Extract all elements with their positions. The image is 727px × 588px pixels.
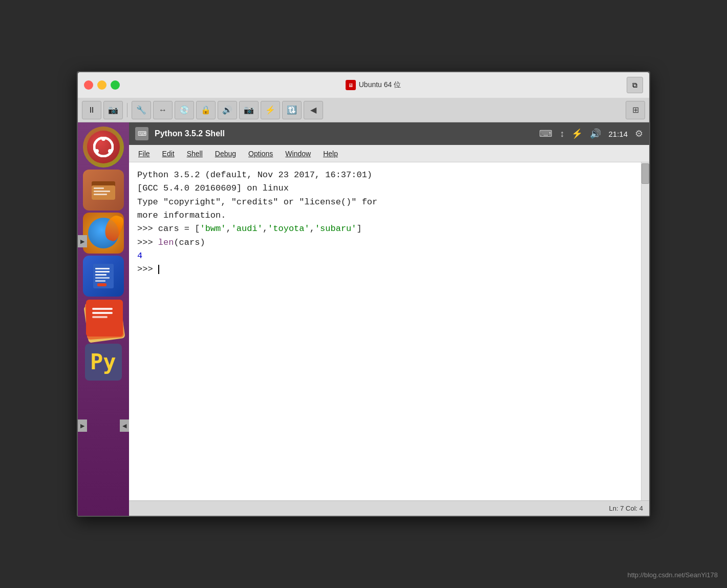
vm-toolbar: ⏸ 📷 🔧 ↔ 💿 🔒 🔊 📷 ⚡ 🔃 ◀ ⊞ bbox=[78, 98, 649, 122]
sort-icon[interactable]: ↕ bbox=[560, 129, 564, 139]
camera-button[interactable]: 📷 bbox=[239, 101, 259, 119]
shell-content: Python 3.5.2 (default, Nov 23 2017, 16:3… bbox=[129, 162, 649, 500]
result-line: 4 bbox=[137, 249, 633, 263]
bluetooth-icon[interactable]: ⚡ bbox=[571, 128, 583, 139]
info-line4: more information. bbox=[137, 209, 633, 222]
network-button[interactable]: ↔ bbox=[153, 101, 173, 119]
pause-button[interactable]: ⏸ bbox=[82, 101, 101, 119]
svg-rect-15 bbox=[97, 283, 106, 286]
close-button[interactable] bbox=[84, 80, 93, 90]
svg-rect-18 bbox=[92, 312, 113, 314]
cmd3-line: >>> bbox=[137, 263, 633, 276]
shell-icon: ⌨ bbox=[135, 127, 148, 140]
svg-rect-8 bbox=[94, 194, 107, 195]
vm-title: 🖥 Ubuntu 64 位 bbox=[124, 80, 623, 90]
menu-edit[interactable]: Edit bbox=[157, 148, 180, 160]
ubuntu-logo bbox=[87, 131, 120, 163]
svg-rect-12 bbox=[95, 274, 106, 276]
snapshot-button[interactable]: 📷 bbox=[103, 101, 123, 119]
menu-options[interactable]: Options bbox=[243, 148, 278, 160]
settings-button[interactable]: 🔧 bbox=[132, 101, 151, 119]
lock-button[interactable]: 🔒 bbox=[196, 101, 216, 119]
cmd2-builtin: len bbox=[158, 238, 174, 247]
info-line2: [GCC 5.4.0 20160609] on linux bbox=[137, 182, 633, 195]
svg-text:Py: Py bbox=[90, 349, 116, 374]
svg-rect-17 bbox=[92, 308, 113, 310]
menu-shell[interactable]: Shell bbox=[182, 148, 208, 160]
sidebar-item-writer[interactable] bbox=[83, 256, 124, 297]
vm-titlebar: 🖥 Ubuntu 64 位 ⧉ bbox=[78, 72, 649, 98]
sidebar-item-stack[interactable] bbox=[83, 299, 124, 340]
vm-content: ▶ bbox=[78, 122, 649, 516]
sidebar-item-python[interactable]: Py bbox=[83, 342, 124, 383]
svg-rect-6 bbox=[94, 187, 104, 189]
svg-rect-11 bbox=[95, 271, 110, 272]
shell-editor[interactable]: Python 3.5.2 (default, Nov 23 2017, 16:3… bbox=[129, 162, 641, 500]
settings-icon[interactable]: ⚙ bbox=[635, 128, 643, 139]
scrollbar-thumb[interactable] bbox=[642, 163, 649, 184]
sidebar-item-files[interactable] bbox=[83, 170, 124, 211]
maximize-button[interactable] bbox=[111, 80, 120, 90]
shell-menubar: File Edit Shell Debug Options Window Hel… bbox=[129, 145, 649, 162]
menu-help[interactable]: Help bbox=[318, 148, 343, 160]
shell-window: ⌨ Python 3.5.2 Shell ⌨ ↕ ⚡ 🔊 21:14 ⚙ Fil… bbox=[129, 122, 649, 516]
sidebar-arrow-bottom[interactable]: ▶ bbox=[78, 419, 87, 432]
keyboard-icon[interactable]: ⌨ bbox=[539, 128, 552, 139]
svg-rect-19 bbox=[92, 316, 108, 318]
sidebar-item-firefox[interactable] bbox=[83, 213, 124, 254]
fullscreen-button[interactable]: ⊞ bbox=[626, 101, 645, 119]
menu-window[interactable]: Window bbox=[280, 148, 316, 160]
status-ln-col: Ln: 7 Col: 4 bbox=[609, 505, 644, 512]
scrollbar[interactable] bbox=[641, 162, 649, 500]
cmd2-prompt: >>> bbox=[137, 238, 158, 247]
shell-title: Python 3.5.2 Shell bbox=[155, 129, 533, 138]
copy-button[interactable]: ⧉ bbox=[627, 77, 643, 93]
sidebar-item-ubuntu[interactable] bbox=[83, 127, 124, 167]
desktop: 🖥 Ubuntu 64 位 ⧉ ⏸ 📷 🔧 ↔ 💿 🔒 🔊 📷 ⚡ 🔃 ◀ ⊞ bbox=[0, 0, 727, 588]
vm-icon: 🖥 bbox=[346, 80, 356, 90]
minimize-button[interactable] bbox=[97, 80, 106, 90]
menu-debug[interactable]: Debug bbox=[210, 148, 241, 160]
shell-statusbar: Ln: 7 Col: 4 bbox=[129, 500, 649, 516]
info-line3: Type "copyright", "credits" or "license(… bbox=[137, 196, 633, 209]
volume-icon[interactable]: 🔊 bbox=[590, 128, 601, 139]
svg-rect-13 bbox=[95, 277, 110, 279]
cmd3-prompt: >>> bbox=[137, 264, 158, 274]
svg-point-1 bbox=[101, 137, 105, 141]
svg-point-3 bbox=[95, 149, 99, 153]
watermark: http://blog.csdn.net/SeanYi178 bbox=[627, 571, 718, 579]
separator bbox=[127, 103, 127, 117]
cmd2-line: >>> len(cars) bbox=[137, 236, 633, 249]
cdrom-button[interactable]: 💿 bbox=[175, 101, 194, 119]
menu-file[interactable]: File bbox=[133, 148, 155, 160]
cmd1-line: >>> cars = ['bwm','audi','toyota','subar… bbox=[137, 222, 633, 236]
vm-window: 🖥 Ubuntu 64 位 ⧉ ⏸ 📷 🔧 ↔ 💿 🔒 🔊 📷 ⚡ 🔃 ◀ ⊞ bbox=[77, 71, 650, 517]
cmd1-code: cars = ['bwm','audi','toyota','subaru'] bbox=[158, 224, 362, 234]
svg-rect-10 bbox=[95, 268, 110, 269]
result-value: 4 bbox=[137, 251, 142, 261]
clock: 21:14 bbox=[608, 130, 628, 138]
volume-button[interactable]: 🔊 bbox=[218, 101, 237, 119]
cmd1-prompt: >>> bbox=[137, 224, 158, 234]
back-button[interactable]: ◀ bbox=[304, 101, 323, 119]
firefox-logo bbox=[85, 215, 121, 251]
svg-rect-7 bbox=[94, 191, 110, 192]
refresh-button[interactable]: 🔃 bbox=[282, 101, 302, 119]
svg-rect-14 bbox=[95, 280, 105, 282]
sidebar: ▶ bbox=[78, 122, 129, 516]
shell-titlebar: ⌨ Python 3.5.2 Shell ⌨ ↕ ⚡ 🔊 21:14 ⚙ bbox=[129, 122, 649, 145]
cmd2-args: (cars) bbox=[174, 238, 205, 247]
shell-titlebar-right: ⌨ ↕ ⚡ 🔊 21:14 ⚙ bbox=[539, 128, 643, 139]
info-line1: Python 3.5.2 (default, Nov 23 2017, 16:3… bbox=[137, 169, 633, 182]
cursor bbox=[158, 265, 159, 274]
usb-button[interactable]: ⚡ bbox=[261, 101, 280, 119]
svg-point-2 bbox=[108, 149, 112, 153]
sidebar-arrow-right[interactable]: ◀ bbox=[120, 419, 129, 432]
